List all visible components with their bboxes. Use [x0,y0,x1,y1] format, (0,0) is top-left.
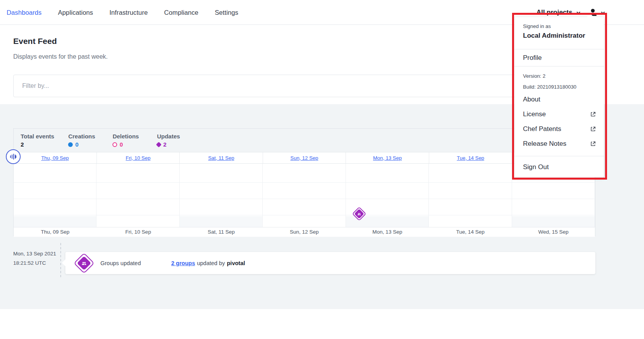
group-people-icon [81,260,87,266]
timeline-column [97,164,179,227]
timeline-grid [14,164,595,227]
external-link-icon [590,141,596,147]
dropdown-caret [586,14,595,18]
license-label: License [523,110,546,118]
feed-timeline-rule [60,243,61,277]
version-label: Version: 2 [514,70,604,81]
menu-info-section: Version: 2 Build: 20210913180030 About L… [514,66,604,156]
timeline-column [429,164,512,227]
menu-item-release-notes[interactable]: Release Notes [514,136,604,151]
chef-patents-label: Chef Patents [523,125,561,133]
day-label: Sat, 11 Sep [180,227,263,237]
chevron-down-icon [576,10,581,15]
group-people-icon [357,212,361,216]
stat-total-events: Total events 2 [21,133,54,148]
stat-updates: Updates 2 [157,133,187,148]
day-label: Tue, 14 Sep [429,227,512,237]
groups-update-icon [74,253,95,274]
day-label: Mon, 13 Sep [346,227,429,237]
event-groups-link[interactable]: 2 groups [171,260,195,266]
stat-deletions: Deletions 0 [112,133,143,148]
stat-label: Deletions [112,133,143,140]
menu-item-sign-out[interactable]: Sign Out [514,156,604,178]
day-label: Wed, 15 Sep [512,227,595,237]
stat-value: 0 [119,141,123,148]
filter-input[interactable] [13,75,595,97]
event-card: Groups updated 2 groups updated by pivot… [65,252,595,274]
nav-applications[interactable]: Applications [58,9,93,16]
timeline-view-toggle-button[interactable] [6,149,21,164]
nav-infrastructure[interactable]: Infrastructure [109,9,148,16]
event-date: Mon, 13 Sep 2021 [13,249,56,259]
primary-nav: Dashboards Applications Infrastructure C… [7,0,238,25]
stat-label: Total events [21,133,54,140]
stat-value: 2 [163,141,166,148]
day-link-mon-13[interactable]: Mon, 13 Sep [373,155,402,161]
event-timeline-card: Total events 2 Creations 0 Deletions 0 U… [13,128,595,236]
day-link-sat-11[interactable]: Sat, 11 Sep [208,155,234,161]
day-link-tue-14[interactable]: Tue, 14 Sep [457,155,484,161]
event-detail-text: updated by [197,260,225,266]
equalizer-icon [9,153,17,161]
external-link-icon [590,126,596,132]
signed-in-section: Signed in as Local Administrator [514,17,604,49]
page-title: Event Feed [13,37,57,46]
timeline-column [14,164,97,227]
user-dropdown-menu: Signed in as Local Administrator Profile… [514,17,604,177]
day-label: Sun, 12 Sep [263,227,346,237]
deletions-ring-icon [112,142,117,147]
app-root: Dashboards Applications Infrastructure C… [0,0,644,339]
page-subtitle: Displays events for the past week. [13,53,108,60]
event-timestamp: Mon, 13 Sep 2021 18:21:52 UTC [13,249,56,268]
nav-compliance[interactable]: Compliance [164,9,198,16]
event-marker-groups-icon[interactable] [354,209,367,221]
nav-settings[interactable]: Settings [215,9,238,16]
day-link-thu-09[interactable]: Thu, 09 Sep [41,155,69,161]
stat-creations: Creations 0 [68,133,98,148]
event-title: Groups updated [100,260,171,266]
event-stats-row: Total events 2 Creations 0 Deletions 0 U… [14,129,595,152]
nav-dashboards[interactable]: Dashboards [7,9,42,16]
projects-filter-dropdown[interactable]: All projects [536,9,581,16]
day-link-fri-10[interactable]: Fri, 10 Sep [126,155,151,161]
stat-label: Updates [157,133,187,140]
timeline-day-header-row: Thu, 09 Sep Fri, 10 Sep Sat, 11 Sep Sun,… [14,152,595,164]
day-link-sun-12[interactable]: Sun, 12 Sep [290,155,318,161]
stat-label: Creations [68,133,98,140]
menu-item-chef-patents[interactable]: Chef Patents [514,122,604,136]
updates-diamond-icon [156,142,161,147]
signed-in-as-label: Signed in as [523,23,595,29]
day-label: Thu, 09 Sep [14,227,97,237]
menu-item-about[interactable]: About [514,92,604,107]
chevron-down-icon [600,10,605,15]
stat-value: 0 [75,141,78,148]
projects-filter-label: All projects [536,9,572,16]
timeline-column [180,164,263,227]
menu-item-license[interactable]: License [514,107,604,122]
creations-dot-icon [68,142,73,147]
stat-value: 2 [21,141,54,148]
about-label: About [523,96,540,103]
release-notes-label: Release Notes [523,140,567,148]
event-time: 18:21:52 UTC [13,259,56,268]
timeline-day-label-row: Thu, 09 Sep Fri, 10 Sep Sat, 11 Sep Sun,… [14,227,595,237]
external-link-icon [590,111,596,117]
signed-in-user-name: Local Administrator [523,32,595,40]
build-label: Build: 20210913180030 [514,81,604,92]
event-actor: pivotal [227,260,245,266]
day-label: Fri, 10 Sep [97,227,179,237]
menu-item-profile[interactable]: Profile [514,49,604,66]
timeline-column [263,164,346,227]
